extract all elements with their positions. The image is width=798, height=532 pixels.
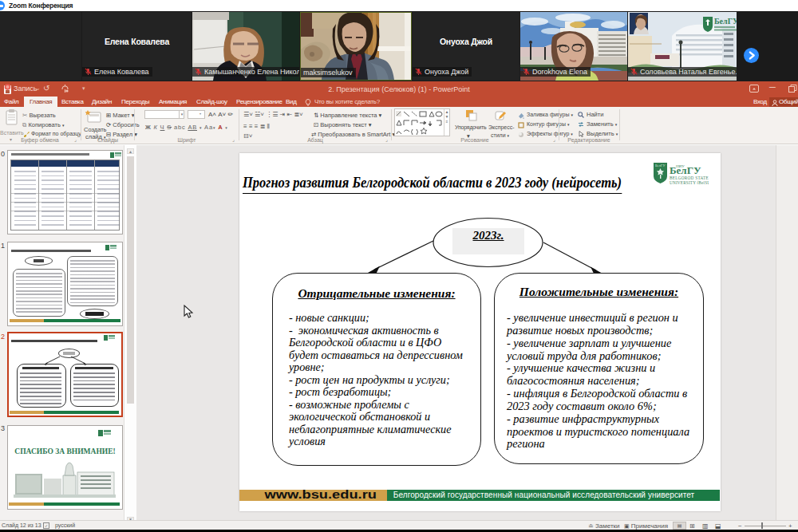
svg-text:БелГУ: БелГУ [655,164,666,167]
svg-text:UNIVERSITY (BelSU): UNIVERSITY (BelSU) [670,180,709,185]
svg-text:БелГУ: БелГУ [714,17,737,26]
